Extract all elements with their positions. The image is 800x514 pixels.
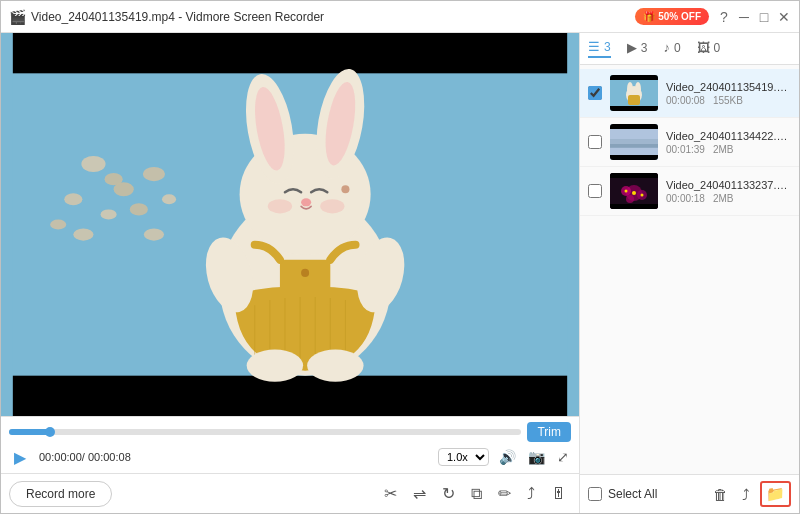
tab-audio-count: 0 (674, 41, 681, 55)
adjust-button[interactable]: ⇌ (409, 480, 430, 507)
svg-point-22 (320, 199, 344, 213)
svg-point-55 (626, 195, 634, 203)
thumb-svg-1 (610, 75, 658, 111)
window-controls: ? ─ □ ✕ (717, 10, 791, 24)
file-thumb-3 (610, 173, 658, 209)
svg-rect-39 (610, 106, 658, 111)
title-bar-text: Video_240401135419.mp4 - Vidmore Screen … (31, 10, 635, 24)
export-button[interactable]: ⤴ (738, 484, 754, 505)
file-checkbox-2[interactable] (588, 135, 602, 149)
video-area (1, 33, 579, 416)
svg-rect-38 (610, 75, 658, 80)
rotate-button[interactable]: ↻ (438, 480, 459, 507)
svg-point-56 (632, 191, 636, 195)
file-size-3: 2MB (713, 193, 734, 204)
svg-point-21 (268, 199, 292, 213)
progress-track[interactable] (9, 429, 521, 435)
svg-point-41 (627, 82, 633, 96)
progress-thumb[interactable] (45, 427, 55, 437)
thumb-svg-2 (610, 124, 658, 160)
file-meta-1: 00:00:08 155KB (666, 95, 791, 106)
edit-button[interactable]: ✏ (494, 480, 515, 507)
svg-point-11 (162, 194, 176, 204)
question-btn[interactable]: ? (717, 10, 731, 24)
right-bottom-bar: Select All 🗑 ⤴ 📁 (580, 474, 799, 513)
bottom-bar: Record more ✂ ⇌ ↻ ⧉ ✏ ⤴ 🎚 (1, 473, 579, 513)
play-button[interactable]: ▶ (9, 446, 31, 468)
file-meta-2: 00:01:39 2MB (666, 144, 791, 155)
audio-button[interactable]: 🎚 (547, 481, 571, 507)
tab-list[interactable]: ☰ 3 (588, 39, 611, 58)
maximize-btn[interactable]: □ (757, 10, 771, 24)
audio-icon: ♪ (663, 40, 670, 55)
file-thumb-2 (610, 124, 658, 160)
progress-row: Trim (9, 422, 571, 442)
tab-video[interactable]: ▶ 3 (627, 39, 648, 58)
file-info-1: Video_240401135419.mp4 00:00:08 155KB (666, 81, 791, 106)
title-bar: 🎬 Video_240401135419.mp4 - Vidmore Scree… (1, 1, 799, 33)
list-icon: ☰ (588, 39, 600, 54)
thumb-video3-preview (610, 173, 658, 209)
cut-button[interactable]: ✂ (380, 480, 401, 507)
trim-button[interactable]: Trim (527, 422, 571, 442)
svg-rect-1 (13, 33, 567, 73)
select-all-checkbox[interactable] (588, 487, 602, 501)
tab-audio[interactable]: ♪ 0 (663, 39, 680, 58)
file-duration-2: 00:01:39 (666, 144, 705, 155)
svg-point-8 (130, 203, 148, 215)
record-more-button[interactable]: Record more (9, 481, 112, 507)
video-scene (1, 33, 579, 416)
speed-select[interactable]: 1.0x 0.5x 1.5x 2.0x (438, 448, 489, 466)
close-btn[interactable]: ✕ (777, 10, 791, 24)
promo-badge[interactable]: 🎁 50% OFF (635, 8, 709, 25)
svg-point-9 (73, 229, 93, 241)
file-name-2: Video_240401134422.mp4 (666, 130, 791, 142)
svg-point-5 (64, 193, 82, 205)
fullscreen-button[interactable]: ⤢ (555, 447, 571, 467)
svg-point-35 (307, 349, 363, 381)
svg-rect-45 (610, 124, 658, 129)
video-icon: ▶ (627, 40, 637, 55)
svg-point-3 (81, 156, 105, 172)
delete-button[interactable]: 🗑 (709, 484, 732, 505)
time-display: 00:00:00/ 00:00:08 (39, 451, 131, 463)
file-checkbox-3[interactable] (588, 184, 602, 198)
svg-rect-2 (13, 376, 567, 416)
svg-rect-23 (280, 260, 330, 305)
svg-rect-46 (610, 155, 658, 160)
right-panel: ☰ 3 ▶ 3 ♪ 0 🖼 0 (579, 33, 799, 513)
svg-point-12 (105, 173, 123, 185)
video-frame (1, 33, 579, 416)
share-button[interactable]: ⤴ (523, 481, 539, 507)
svg-point-36 (341, 185, 349, 193)
main-content: Trim ▶ 00:00:00/ 00:00:08 1.0x 0.5x 1.5x… (1, 33, 799, 513)
duplicate-button[interactable]: ⧉ (467, 481, 486, 507)
list-item[interactable]: Video_240401134422.mp4 00:01:39 2MB (580, 118, 799, 167)
svg-rect-48 (610, 144, 658, 148)
svg-point-10 (50, 219, 66, 229)
svg-point-6 (143, 167, 165, 181)
svg-point-13 (144, 229, 164, 241)
file-checkbox-1[interactable] (588, 86, 602, 100)
image-icon: 🖼 (697, 40, 710, 55)
svg-point-31 (301, 269, 309, 277)
playback-row: ▶ 00:00:00/ 00:00:08 1.0x 0.5x 1.5x 2.0x… (9, 446, 571, 468)
file-name-1: Video_240401135419.mp4 (666, 81, 791, 93)
camera-button[interactable]: 📷 (526, 447, 547, 467)
svg-point-58 (641, 194, 644, 197)
file-info-2: Video_240401134422.mp4 00:01:39 2MB (666, 130, 791, 155)
svg-rect-43 (628, 95, 640, 105)
svg-point-20 (301, 198, 311, 206)
folder-button[interactable]: 📁 (760, 481, 791, 507)
select-all-label: Select All (608, 487, 703, 501)
right-tabs: ☰ 3 ▶ 3 ♪ 0 🖼 0 (580, 33, 799, 65)
tab-image[interactable]: 🖼 0 (697, 39, 721, 58)
file-meta-3: 00:00:18 2MB (666, 193, 791, 204)
list-item[interactable]: Video_240401133237.mp4 00:00:18 2MB (580, 167, 799, 216)
list-item[interactable]: Video_240401135419.mp4 00:00:08 155KB (580, 69, 799, 118)
file-size-2: 2MB (713, 144, 734, 155)
volume-button[interactable]: 🔊 (497, 447, 518, 467)
minimize-btn[interactable]: ─ (737, 10, 751, 24)
svg-point-57 (625, 190, 628, 193)
file-size-1: 155KB (713, 95, 743, 106)
